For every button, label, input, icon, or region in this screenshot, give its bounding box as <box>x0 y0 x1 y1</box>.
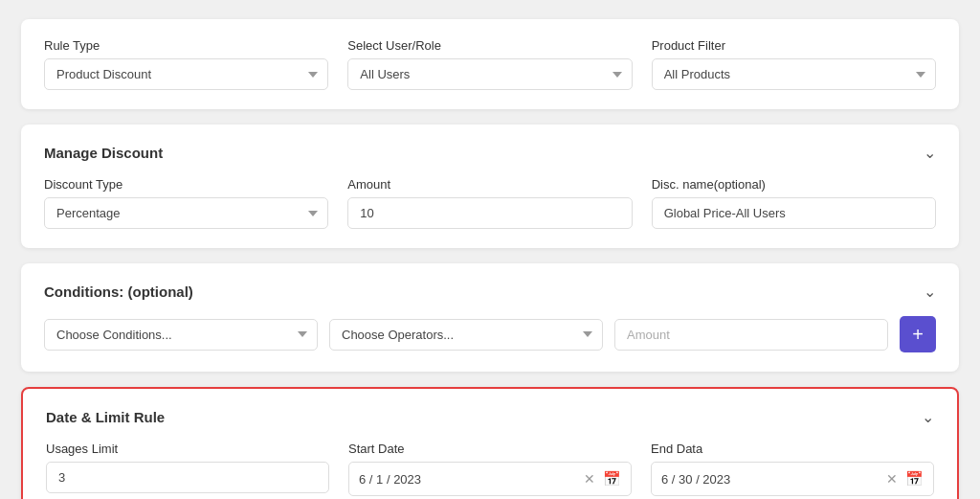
user-role-label: Select User/Role <box>347 38 632 53</box>
amount-input[interactable] <box>347 197 632 229</box>
date-limit-chevron[interactable]: ⌄ <box>922 408 934 426</box>
end-date-group: End Data ✕ 📅 <box>651 442 934 496</box>
discount-type-label: Discount Type <box>44 177 328 192</box>
disc-name-input[interactable] <box>652 197 936 229</box>
product-filter-select[interactable]: All Products <box>652 58 936 90</box>
date-limit-title: Date & Limit Rule <box>46 409 165 425</box>
end-date-label: End Data <box>651 442 934 456</box>
conditions-select[interactable]: Choose Conditions... <box>44 319 318 351</box>
discount-type-select[interactable]: Percentage <box>44 197 328 229</box>
start-date-input[interactable] <box>359 472 584 487</box>
amount-label: Amount <box>347 177 632 192</box>
operators-select-group: Choose Operators... <box>329 319 603 351</box>
usages-limit-group: Usages Limit <box>46 442 329 496</box>
product-filter-group: Product Filter All Products <box>652 38 936 90</box>
product-filter-label: Product Filter <box>652 38 936 53</box>
conditions-select-group: Choose Conditions... <box>44 319 318 351</box>
discount-type-group: Discount Type Percentage <box>44 177 328 229</box>
manage-discount-row: Discount Type Percentage Amount Disc. na… <box>44 177 936 229</box>
end-date-input[interactable] <box>661 472 886 487</box>
disc-name-group: Disc. name(optional) <box>652 177 936 229</box>
manage-discount-header: Manage Discount ⌄ <box>44 144 936 162</box>
date-limit-header: Date & Limit Rule ⌄ <box>46 408 934 426</box>
conditions-amount-group <box>614 319 888 351</box>
conditions-card: Conditions: (optional) ⌄ Choose Conditio… <box>21 263 959 372</box>
conditions-chevron[interactable]: ⌄ <box>924 283 936 301</box>
date-limit-card: Date & Limit Rule ⌄ Usages Limit Start D… <box>21 387 959 499</box>
start-date-clear-button[interactable]: ✕ <box>584 472 595 486</box>
start-date-icons: ✕ 📅 <box>584 470 621 488</box>
rule-type-label: Rule Type <box>44 38 328 53</box>
rule-type-group: Rule Type Product Discount <box>44 38 328 90</box>
usages-limit-label: Usages Limit <box>46 442 329 456</box>
manage-discount-title: Manage Discount <box>44 145 163 161</box>
conditions-row: Choose Conditions... Choose Operators...… <box>44 316 936 352</box>
page-container: Rule Type Product Discount Select User/R… <box>21 19 959 499</box>
operators-select[interactable]: Choose Operators... <box>329 319 603 351</box>
amount-group: Amount <box>347 177 632 229</box>
conditions-header: Conditions: (optional) ⌄ <box>44 283 936 301</box>
conditions-amount-input[interactable] <box>614 319 888 351</box>
start-date-calendar-icon[interactable]: 📅 <box>603 470 621 488</box>
disc-name-label: Disc. name(optional) <box>652 177 936 192</box>
rule-type-row: Rule Type Product Discount Select User/R… <box>44 38 936 90</box>
add-condition-button[interactable]: + <box>900 316 936 352</box>
end-date-clear-button[interactable]: ✕ <box>886 472 898 486</box>
usages-limit-input[interactable] <box>46 462 329 493</box>
end-date-icons: ✕ 📅 <box>886 470 924 488</box>
end-date-calendar-icon[interactable]: 📅 <box>905 470 924 488</box>
conditions-title: Conditions: (optional) <box>44 284 193 300</box>
start-date-wrapper: ✕ 📅 <box>348 462 632 496</box>
date-limit-row: Usages Limit Start Date ✕ 📅 End Data <box>46 442 934 496</box>
rule-type-select[interactable]: Product Discount <box>44 58 328 90</box>
end-date-wrapper: ✕ 📅 <box>651 462 934 496</box>
user-role-select[interactable]: All Users <box>347 58 632 90</box>
rule-type-card: Rule Type Product Discount Select User/R… <box>21 19 959 109</box>
start-date-label: Start Date <box>348 442 632 456</box>
user-role-group: Select User/Role All Users <box>347 38 632 90</box>
start-date-group: Start Date ✕ 📅 <box>348 442 632 496</box>
manage-discount-card: Manage Discount ⌄ Discount Type Percenta… <box>21 125 959 248</box>
manage-discount-chevron[interactable]: ⌄ <box>924 144 936 162</box>
